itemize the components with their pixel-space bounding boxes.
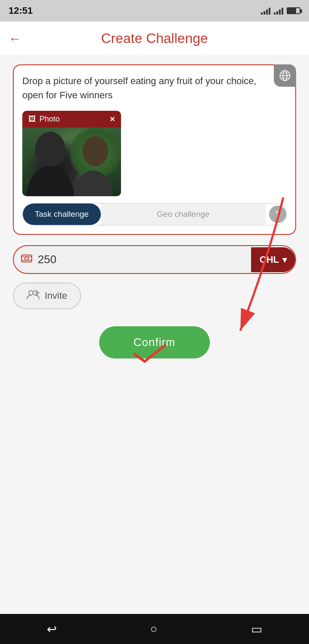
status-bar: 12:51 <box>0 0 309 21</box>
amount-row: CHL ▾ <box>13 245 296 274</box>
help-button[interactable]: ? <box>269 206 286 223</box>
confirm-button[interactable]: Confirm <box>99 326 210 358</box>
page-title: Create Challenge <box>101 30 208 46</box>
challenge-description: Drop a picture of yourself eating any fr… <box>22 74 287 102</box>
amount-icon <box>21 252 33 267</box>
photo-header: 🖼 Photo × <box>22 111 121 128</box>
svg-point-6 <box>25 257 28 260</box>
svg-rect-5 <box>21 255 32 262</box>
person1-head <box>35 132 65 166</box>
signal-bars-1 <box>261 7 270 15</box>
nav-recent-button[interactable]: ▭ <box>251 622 262 636</box>
nav-home-button[interactable]: ○ <box>150 622 158 636</box>
header: ← Create Challenge <box>0 21 309 56</box>
battery-icon <box>287 7 300 14</box>
amount-input[interactable] <box>38 246 251 273</box>
photo-label: 🖼 Photo <box>28 115 60 124</box>
invite-label: Invite <box>45 290 67 301</box>
photo-attachment: 🖼 Photo × <box>22 111 121 196</box>
currency-dropdown-button[interactable]: CHL ▾ <box>251 247 295 272</box>
challenge-type-row: Task challenge Geo challenge ? <box>22 203 287 225</box>
challenge-card: Drop a picture of yourself eating any fr… <box>13 64 296 235</box>
photo-close-button[interactable]: × <box>110 114 115 124</box>
photo-placeholder <box>22 128 121 196</box>
svg-point-9 <box>29 291 33 295</box>
globe-icon <box>279 70 291 82</box>
person2-head <box>82 136 108 166</box>
globe-button[interactable] <box>274 64 296 87</box>
signal-bars-2 <box>274 7 283 15</box>
photo-image <box>22 128 121 196</box>
task-challenge-button[interactable]: Task challenge <box>23 204 101 225</box>
nav-back-button[interactable]: ↩ <box>47 622 57 636</box>
status-icons <box>261 7 300 15</box>
main-content: Drop a picture of yourself eating any fr… <box>0 56 309 614</box>
chevron-down-icon: ▾ <box>282 255 287 265</box>
back-button[interactable]: ← <box>9 32 21 45</box>
status-time: 12:51 <box>9 5 33 16</box>
currency-label: CHL <box>260 254 279 265</box>
invite-icon <box>27 289 39 302</box>
confirm-wrapper: Confirm <box>13 326 296 358</box>
photo-icon: 🖼 <box>28 115 36 124</box>
invite-button[interactable]: Invite <box>13 283 81 309</box>
nav-bar: ↩ ○ ▭ <box>0 614 309 644</box>
geo-challenge-button[interactable]: Geo challenge <box>101 204 266 225</box>
confirm-area: Confirm <box>99 326 210 358</box>
